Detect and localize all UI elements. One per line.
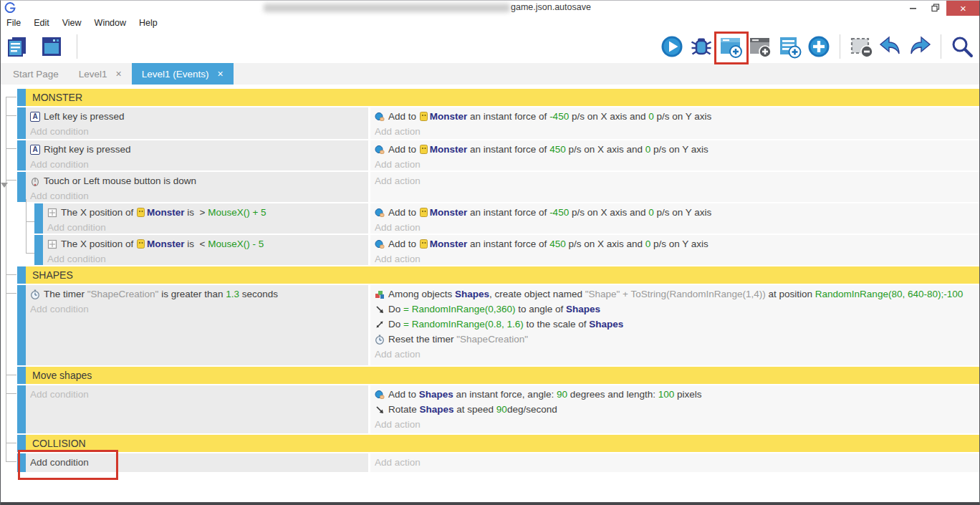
menu-edit[interactable]: Edit — [34, 18, 49, 28]
condition-line[interactable]: ARight key is pressed — [30, 142, 364, 157]
menu-file[interactable]: File — [6, 18, 21, 28]
title-bar: game.json.autosave × — [0, 0, 980, 16]
param-value: 90 — [496, 404, 507, 415]
add-condition-button[interactable]: Add condition — [30, 302, 364, 317]
condition-line[interactable]: ALeft key is pressed — [30, 109, 364, 124]
undo-button[interactable] — [878, 34, 903, 59]
deselect-button[interactable] — [849, 34, 873, 59]
minimize-button[interactable] — [902, 0, 924, 16]
event-row[interactable]: Touch or Left mouse button is downAdd co… — [17, 172, 980, 202]
event-group-row[interactable]: SHAPES — [17, 266, 980, 284]
restore-button[interactable] — [924, 0, 946, 16]
menu-help[interactable]: Help — [139, 18, 158, 28]
event-row[interactable]: Add conditionAdd action — [17, 453, 980, 472]
group-title[interactable]: SHAPES — [26, 266, 980, 284]
monster-object-icon — [420, 208, 428, 217]
condition-line[interactable]: Touch or Left mouse button is down — [30, 173, 364, 188]
object-name: Monster — [430, 144, 468, 155]
search-button[interactable] — [950, 34, 974, 59]
tab-level1[interactable]: Level1× — [69, 63, 132, 85]
add-action-button[interactable]: Add action — [375, 455, 976, 470]
debug-button[interactable] — [689, 34, 714, 59]
redo-button[interactable] — [908, 34, 932, 59]
action-line[interactable]: Do = RandomInRange(0,360) to angle of Sh… — [375, 302, 976, 317]
sentence-text: The X position of — [61, 239, 136, 249]
param-value: 0 — [645, 144, 651, 155]
add-condition-button[interactable]: Add condition — [30, 157, 364, 170]
string-param: "ShapeCreation" — [87, 289, 159, 299]
tree-guide — [6, 375, 16, 375]
add-action-button[interactable]: Add action — [375, 124, 976, 139]
sentence-text: , create object named — [489, 289, 585, 299]
blurred-title-path — [264, 4, 510, 12]
add-condition-button[interactable]: Add condition — [30, 124, 364, 139]
event-row[interactable]: Add conditionAdd to Shapes an instant fo… — [17, 385, 980, 433]
add-circle-button[interactable] — [807, 34, 831, 59]
event-row[interactable]: ARight key is pressedAdd conditionAdd to… — [17, 140, 980, 170]
event-group-row[interactable]: Move shapes — [17, 367, 980, 384]
action-line[interactable]: Among objects Shapes, create object name… — [375, 287, 976, 302]
scene-editor-button[interactable] — [39, 34, 64, 59]
action-line[interactable]: Add to Shapes an instant force, angle: 9… — [375, 387, 976, 402]
event-handle — [34, 203, 43, 234]
sentence-text: deg/second — [507, 404, 557, 415]
event-row[interactable]: The timer "ShapeCreation" is greater tha… — [17, 285, 980, 365]
menu-window[interactable]: Window — [95, 18, 126, 28]
action-line[interactable]: Rotate Shapes at speed 90deg/second — [375, 402, 976, 417]
action-line[interactable]: Add to Monster an instant force of 450 p… — [375, 142, 976, 157]
action-line[interactable]: Reset the timer "ShapeCreation" — [375, 332, 976, 347]
condition-line[interactable]: The X position of Monster is < MouseX() … — [47, 236, 364, 251]
conditions-column: The X position of Monster is < MouseX() … — [43, 235, 368, 265]
close-icon[interactable]: × — [116, 68, 122, 80]
action-line[interactable]: Do = RandomInRange(0.8, 1.6) to the scal… — [375, 317, 976, 332]
sentence-text: Do — [388, 304, 403, 314]
group-title[interactable]: Move shapes — [26, 367, 980, 384]
add-comment-button[interactable] — [748, 34, 772, 59]
collapse-arrow-icon[interactable] — [1, 183, 8, 188]
event-row[interactable]: ALeft key is pressedAdd conditionAdd to … — [17, 107, 980, 139]
event-group-row[interactable]: MONSTER — [17, 89, 980, 106]
condition-line[interactable]: The timer "ShapeCreation" is greater tha… — [30, 287, 364, 302]
add-condition-button[interactable]: Add condition — [30, 455, 364, 470]
force-icon — [375, 390, 385, 400]
sentence-text: is < — [185, 239, 208, 249]
menu-view[interactable]: View — [62, 18, 82, 28]
event-row[interactable]: The X position of Monster is > MouseX() … — [34, 203, 980, 234]
project-manager-button[interactable] — [6, 34, 30, 59]
actions-column: Among objects Shapes, create object name… — [370, 285, 980, 365]
add-action-button[interactable]: Add action — [375, 417, 976, 432]
add-action-button[interactable]: Add action — [375, 347, 976, 362]
add-subevent-button[interactable] — [777, 34, 802, 59]
force-icon — [375, 239, 385, 249]
sentence-text: p/s on Y axis — [654, 111, 712, 122]
add-action-button[interactable]: Add action — [375, 157, 976, 170]
add-action-button[interactable]: Add action — [375, 220, 976, 234]
add-event-button[interactable] — [719, 34, 743, 59]
position-icon — [47, 239, 57, 249]
action-line[interactable]: Add to Monster an instant force of -450 … — [375, 205, 976, 220]
add-condition-button[interactable]: Add condition — [30, 387, 364, 402]
conditions-column: ARight key is pressedAdd condition — [26, 140, 368, 170]
close-button[interactable]: × — [946, 0, 980, 16]
add-condition-button[interactable]: Add condition — [47, 220, 364, 234]
toolbar-separator — [941, 34, 941, 59]
scene-editor-icon — [39, 34, 64, 59]
group-title[interactable]: MONSTER — [26, 89, 980, 106]
event-row[interactable]: The X position of Monster is < MouseX() … — [34, 235, 980, 265]
conditions-column: The X position of Monster is > MouseX() … — [43, 203, 368, 234]
play-button[interactable] — [660, 34, 684, 59]
action-line[interactable]: Add to Monster an instant force of -450 … — [375, 109, 976, 124]
add-condition-button[interactable]: Add condition — [30, 188, 364, 202]
event-group-row[interactable]: COLLISION — [17, 435, 980, 452]
angle-icon — [375, 304, 385, 314]
close-icon[interactable]: × — [218, 68, 224, 80]
add-action-button[interactable]: Add action — [375, 251, 976, 265]
sentence-text: p/s on X axis and — [566, 144, 645, 155]
action-line[interactable]: Add to Monster an instant force of 450 p… — [375, 236, 976, 251]
tab-start-page[interactable]: Start Page — [3, 63, 69, 85]
condition-line[interactable]: The X position of Monster is > MouseX() … — [47, 205, 364, 220]
group-title[interactable]: COLLISION — [26, 435, 980, 452]
tab-level1-events[interactable]: Level1 (Events)× — [132, 63, 234, 85]
add-condition-button[interactable]: Add condition — [47, 251, 364, 265]
add-action-button[interactable]: Add action — [375, 173, 976, 188]
